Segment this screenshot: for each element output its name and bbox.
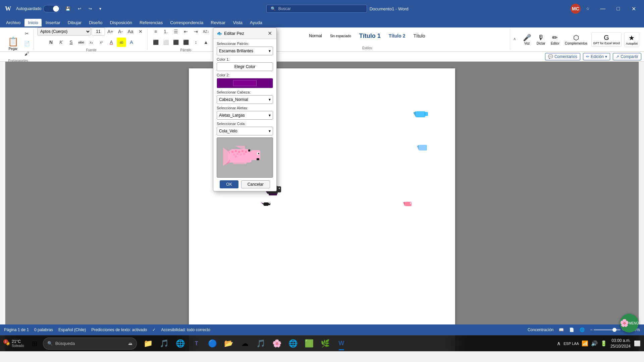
taskbar-app-cortana[interactable]: 🎵 <box>157 336 172 351</box>
choose-color-button[interactable]: Elegir Color <box>217 62 273 71</box>
user-avatar[interactable]: MC <box>571 4 581 14</box>
align-left-button[interactable]: ⬛ <box>151 38 160 47</box>
tab-dibujar[interactable]: Dibujar <box>64 19 85 26</box>
volume-icon[interactable]: 🔊 <box>590 340 598 347</box>
tab-correspondencia[interactable]: Correspondencia <box>167 19 207 26</box>
language-status[interactable]: Español (Chile) <box>58 327 86 332</box>
style-nospacing-button[interactable]: Sin espaciado <box>326 29 355 42</box>
numbering-button[interactable]: 1. <box>161 27 170 36</box>
line-spacing-button[interactable]: ↕ <box>191 38 201 47</box>
search-box[interactable]: 🔍 Buscar <box>266 5 367 13</box>
close-button[interactable]: ✕ <box>626 3 641 14</box>
sort-button[interactable]: AZ↕ <box>201 27 211 36</box>
scrollbar-right[interactable] <box>639 62 644 351</box>
accessibility-status[interactable]: Accesibilidad: todo correcto <box>161 327 210 332</box>
paste-button[interactable]: 📋 Pegar <box>5 36 21 51</box>
aletas-select[interactable]: Aletas_Largas ▾ <box>217 111 273 120</box>
subscript-button[interactable]: x₂ <box>87 38 96 47</box>
text-prediction-status[interactable]: Predicciones de texto: activado <box>91 327 147 332</box>
bullets-button[interactable]: ≡ <box>151 27 160 36</box>
taskbar-app-3[interactable]: 🔵 <box>205 336 220 351</box>
tab-insertar[interactable]: Insertar <box>42 19 64 26</box>
undo-button[interactable]: ↩ <box>75 5 84 12</box>
cabeza-select[interactable]: Cabeza_Normal ▾ <box>217 95 273 104</box>
patron-select[interactable]: Escamas Brillantes ▾ <box>217 47 273 55</box>
indent-dec-button[interactable]: ⇤ <box>181 27 191 36</box>
voice-button[interactable]: 🎤 Voz <box>522 32 533 47</box>
focus-mode-button[interactable]: Concentración <box>528 327 553 332</box>
cancel-button[interactable]: Cancelar <box>241 180 270 188</box>
text-effects-button[interactable]: A <box>127 38 136 47</box>
page-info[interactable]: Página 1 de 1 <box>4 327 29 332</box>
italic-button[interactable]: K <box>56 38 66 47</box>
shading-button[interactable]: ▲ <box>201 38 211 47</box>
strikethrough-button[interactable]: abc <box>76 38 86 47</box>
format-painter-button[interactable]: 🖌 <box>22 49 32 58</box>
tab-disposicion[interactable]: Disposición <box>106 19 135 26</box>
maximize-button[interactable]: □ <box>610 3 626 14</box>
clear-format-button[interactable]: ✕ <box>136 27 145 36</box>
taskbar-app-browser[interactable]: 🌐 <box>286 336 301 351</box>
favorite-button[interactable]: ☆ <box>583 5 592 12</box>
autopilot-button[interactable]: ★ Autopilot <box>624 32 639 47</box>
start-button[interactable]: ⊞ <box>28 337 42 350</box>
tab-inicio[interactable]: Inicio <box>24 19 41 26</box>
increase-font-button[interactable]: A+ <box>106 27 115 36</box>
style-title-button[interactable]: Título <box>410 29 429 42</box>
dialog-close-button[interactable]: ✕ <box>266 30 273 37</box>
ribbon-collapse-button[interactable]: ∧ <box>512 29 518 49</box>
align-right-button[interactable]: ⬛ <box>171 38 180 47</box>
network-icon[interactable]: 📶 <box>581 340 589 347</box>
zoom-slider[interactable] <box>594 329 621 330</box>
taskbar-search[interactable]: 🔍 Búsqueda ⛰ <box>43 338 137 350</box>
autosave-toggle[interactable] <box>43 5 60 12</box>
tab-referencias[interactable]: Referencias <box>136 19 166 26</box>
style-normal-button[interactable]: Normal <box>305 29 326 42</box>
taskbar-app-word[interactable]: W <box>334 336 349 351</box>
tab-revisar[interactable]: Revisar <box>207 19 229 26</box>
cut-button[interactable]: ✂ <box>22 29 32 38</box>
bold-button[interactable]: N <box>46 38 56 47</box>
tab-ayuda[interactable]: Ayuda <box>247 19 266 26</box>
highlight-button[interactable]: ab <box>117 38 126 47</box>
taskbar-app-files[interactable]: 📁 <box>141 336 156 351</box>
tab-vista[interactable]: Vista <box>229 19 246 26</box>
battery-icon[interactable]: 🔋 <box>600 340 608 347</box>
language-indicator[interactable]: ESP LAA <box>563 341 580 346</box>
font-selector[interactable]: Aptos (Cuerpo) <box>37 27 91 36</box>
edicion-button[interactable]: ✏ Edición ▾ <box>583 53 610 60</box>
gpt-button[interactable]: G GPT for Excel Word <box>591 32 622 47</box>
customize-button[interactable]: ▾ <box>97 5 104 12</box>
taskbar-app-app1[interactable]: 🌸 <box>270 336 284 351</box>
underline-button[interactable]: S <box>66 38 76 47</box>
taskbar-app-spotify[interactable]: 🎵 <box>254 336 268 351</box>
ok-button[interactable]: OK <box>220 180 238 188</box>
tab-archivo[interactable]: Archivo <box>3 19 24 26</box>
cola-select[interactable]: Cola_Velo ▾ <box>217 127 273 135</box>
comentarios-button[interactable]: 💬 Comentarios <box>545 53 580 60</box>
decrease-font-button[interactable]: A- <box>116 27 125 36</box>
color2-swatch[interactable] <box>217 78 273 88</box>
superscript-button[interactable]: x² <box>97 38 106 47</box>
style-heading2-button[interactable]: Título 2 <box>385 29 409 42</box>
menu-circle-button[interactable]: 🌸MENÚ <box>620 314 639 333</box>
font-color-button[interactable]: A <box>107 38 116 47</box>
taskbar-app-explorer[interactable]: 📂 <box>221 336 236 351</box>
document-scroll-area[interactable] <box>5 62 639 351</box>
taskbar-app-teams[interactable]: T <box>189 336 204 351</box>
word-count[interactable]: 0 palabras <box>34 327 53 332</box>
justify-button[interactable]: ⬛ <box>181 38 191 47</box>
chevron-up-icon[interactable]: ∧ <box>556 340 561 347</box>
editor-button[interactable]: ✏ Editor <box>549 32 561 47</box>
style-heading1-button[interactable]: Título 1 <box>356 29 384 42</box>
minimize-button[interactable]: — <box>595 3 610 14</box>
taskbar-app-game2[interactable]: 🌿 <box>318 336 333 351</box>
compartir-button[interactable]: ↗ Compartir <box>613 53 641 60</box>
taskbar-app-onedrive[interactable]: ☁ <box>237 336 252 351</box>
align-center-button[interactable]: ⬜ <box>161 38 170 47</box>
indent-inc-button[interactable]: ⇥ <box>191 27 201 36</box>
weather-widget[interactable]: 1 ☀️ 21°C Soleado <box>3 338 27 349</box>
redo-button[interactable]: ↪ <box>86 5 95 12</box>
taskbar-app-edge[interactable]: 🌐 <box>173 336 188 351</box>
multilevel-button[interactable]: ☰ <box>171 27 180 36</box>
